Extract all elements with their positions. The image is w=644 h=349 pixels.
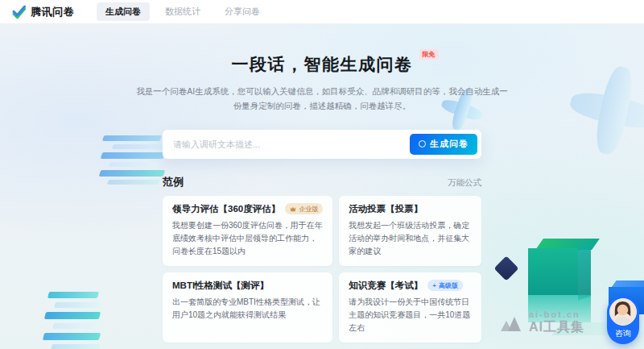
watermark-url: ai-bot.cn bbox=[529, 310, 584, 319]
app-logo[interactable]: 腾讯问卷 bbox=[11, 5, 74, 19]
enterprise-badge: 企业版 bbox=[285, 203, 323, 214]
main-stage: 一段话，智能生成问卷 限免 我是一个问卷AI生成系统，您可以输入关键信息，如目标… bbox=[0, 24, 644, 349]
decoration-sparkle-large bbox=[562, 58, 644, 163]
universal-formula-link[interactable]: 万能公式 bbox=[448, 177, 481, 189]
consultant-avatar bbox=[609, 298, 637, 326]
nav-tabs: 生成问卷 数据统计 分享问卷 bbox=[97, 2, 269, 21]
examples-title: 范例 bbox=[163, 175, 184, 189]
tab-share[interactable]: 分享问卷 bbox=[216, 2, 269, 21]
free-badge: 限免 bbox=[419, 49, 439, 60]
generator-bar: 生成问卷 bbox=[163, 130, 481, 159]
example-card-mbti[interactable]: MBTI性格测试【测评】 出一套简版的专业MBTI性格类型测试，让用户10题之内… bbox=[163, 272, 332, 343]
decoration-dark-diamond bbox=[493, 256, 518, 280]
tab-statistics[interactable]: 数据统计 bbox=[156, 2, 209, 21]
logo-check-icon bbox=[11, 5, 26, 19]
example-card-quiz[interactable]: 知识竞赛【考试】 + 高级版 请为我设计一份关于中国传统节日主题的知识竞赛题目，… bbox=[339, 272, 481, 343]
survey-description-input[interactable] bbox=[173, 139, 410, 149]
tab-generate[interactable]: 生成问卷 bbox=[97, 2, 150, 21]
crown-icon bbox=[290, 206, 296, 212]
decoration-glass-bars-left-bottom bbox=[42, 292, 122, 349]
navbar: 腾讯问卷 生成问卷 数据统计 分享问卷 bbox=[0, 0, 644, 24]
generate-survey-button[interactable]: 生成问卷 bbox=[410, 134, 477, 155]
hero: 一段话，智能生成问卷 限免 bbox=[163, 53, 481, 76]
center-column: 一段话，智能生成问卷 限免 我是一个问卷AI生成系统，您可以输入关键信息，如目标… bbox=[163, 24, 481, 349]
watermark-logo-icon bbox=[499, 314, 523, 333]
examples-header: 范例 万能公式 bbox=[163, 175, 481, 189]
app-title: 腾讯问卷 bbox=[31, 5, 74, 19]
watermark: ai-bot.cn AI工具集 bbox=[499, 310, 584, 336]
consult-widget[interactable]: 咨询 bbox=[607, 296, 639, 344]
example-card-vote[interactable]: 活动投票【投票】 我想发起一个班级活动投票，确定活动的举办时间和地点，并征集大家… bbox=[339, 196, 481, 266]
ring-icon bbox=[419, 140, 426, 147]
consult-label: 咨询 bbox=[615, 328, 631, 339]
plus-icon: + bbox=[432, 282, 436, 289]
example-cards: 领导力评估【360度评估】 企业版 我想要创建一份360度评估问卷，用于在年底绩… bbox=[163, 196, 481, 349]
watermark-name: AI工具集 bbox=[529, 319, 584, 336]
premium-badge: + 高级版 bbox=[427, 280, 463, 291]
page: 腾讯问卷 生成问卷 数据统计 分享问卷 bbox=[0, 0, 644, 349]
hero-description: 我是一个问卷AI生成系统，您可以输入关键信息，如目标受众、品牌和调研目的等，我会… bbox=[133, 84, 511, 114]
page-title: 一段话，智能生成问卷 限免 bbox=[232, 53, 413, 76]
example-card-leadership[interactable]: 领导力评估【360度评估】 企业版 我想要创建一份360度评估问卷，用于在年底绩… bbox=[163, 196, 332, 266]
